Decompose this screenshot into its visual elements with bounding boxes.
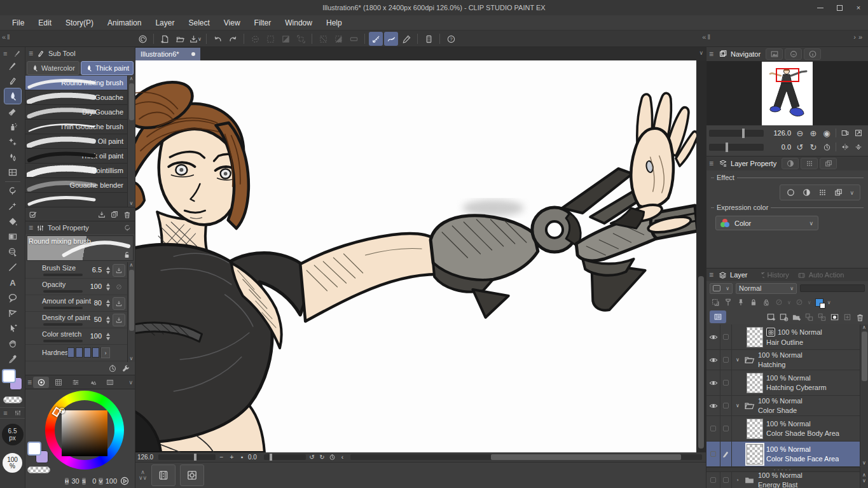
- canvas-vertical-scrollbar[interactable]: [696, 60, 706, 452]
- fill-selection-button[interactable]: [331, 32, 345, 46]
- layer-row-energy-blast[interactable]: ›100 % NormalEnergy Blast: [706, 472, 860, 488]
- help-button[interactable]: ?: [444, 32, 458, 46]
- tab-animation[interactable]: [782, 158, 799, 169]
- transparent-color-swatch[interactable]: [3, 396, 22, 403]
- reference-layer-icon[interactable]: [724, 298, 733, 307]
- dock-collapse-left-icon[interactable]: «‖: [2, 33, 11, 41]
- layer-row-hatching-cyberarm[interactable]: 100 % NormalHatching Cyberarm: [706, 370, 860, 396]
- snap-to-grid-button[interactable]: [399, 32, 413, 46]
- unlock-icon[interactable]: [123, 251, 131, 259]
- layer-row-color-shade-body-area[interactable]: 100 % NormalColor Shade Body Area: [706, 416, 860, 442]
- lower-list-scroll-arrows[interactable]: ∧∨: [860, 467, 868, 488]
- scroll-thumb[interactable]: [491, 454, 681, 460]
- tool-select-arrow[interactable]: [4, 321, 21, 336]
- brush-detail-tab-icon[interactable]: [123, 224, 132, 232]
- property-slider[interactable]: [43, 274, 83, 276]
- tab-approx-color[interactable]: [102, 377, 118, 388]
- color-menu-icon[interactable]: ≡: [27, 378, 32, 387]
- tab-color-slider[interactable]: [67, 377, 83, 388]
- dock-collapse-right-icon[interactable]: «‖: [702, 33, 712, 41]
- subtool-tab-thick-paint[interactable]: Thick paint: [81, 61, 134, 75]
- rotate-left-button[interactable]: ↺: [308, 454, 316, 461]
- property-slider[interactable]: [43, 323, 83, 326]
- tool-property-scrollbar[interactable]: ∧ ∨: [127, 262, 135, 362]
- navigator-menu-icon[interactable]: ≡: [709, 50, 713, 59]
- zoom-in-button[interactable]: +: [228, 454, 236, 461]
- tab-layer-property[interactable]: Layer Property: [715, 158, 780, 169]
- new-folder-button[interactable]: [792, 312, 801, 322]
- folder-chevron-icon[interactable]: ∨: [734, 357, 741, 363]
- layer-color-combo[interactable]: ∨: [710, 283, 733, 294]
- rotate-right-button[interactable]: ↻: [808, 141, 819, 153]
- layer-name[interactable]: Color Shade Face Area: [766, 455, 839, 463]
- scroll-up-icon[interactable]: ∧: [130, 262, 134, 268]
- flip-horizontal-button[interactable]: [839, 141, 851, 153]
- zoom-in-button[interactable]: ⊕: [808, 127, 819, 139]
- layer-checkbox[interactable]: [723, 380, 729, 386]
- zoom-slider[interactable]: [158, 454, 216, 460]
- save-file-button[interactable]: ∨: [188, 32, 202, 46]
- snap-to-ruler-button[interactable]: [369, 32, 383, 46]
- two-page-view-button[interactable]: [151, 464, 176, 486]
- slider-thumb[interactable]: [742, 129, 745, 138]
- layer-row-color-shade-face-area[interactable]: 100 % NormalColor Shade Face Area: [706, 442, 860, 467]
- tool-frame[interactable]: [4, 305, 21, 321]
- rotate-left-button[interactable]: ↺: [794, 141, 806, 153]
- layer-row-hair-outline[interactable]: 100 % NormalHair Outline: [706, 324, 860, 350]
- clip-to-layer-below-icon[interactable]: [711, 298, 720, 307]
- invert-selection-button[interactable]: [279, 32, 293, 46]
- brush-size-menu-icon[interactable]: ≡: [3, 409, 7, 417]
- brush-thick-oil-paint[interactable]: Thick oil paint: [25, 149, 127, 164]
- eye-icon[interactable]: [709, 379, 718, 387]
- menu-select[interactable]: Select: [181, 15, 216, 30]
- property-value[interactable]: 80: [94, 299, 102, 307]
- register-to-initial-icon[interactable]: [113, 264, 125, 277]
- layer-name[interactable]: Color Shade: [758, 407, 803, 414]
- subtool-detail-icon[interactable]: [121, 364, 130, 373]
- minimize-button[interactable]: [811, 0, 830, 15]
- tab-color-wheel-tab[interactable]: [33, 377, 49, 388]
- subtool-menu-icon[interactable]: ≡: [29, 49, 33, 58]
- lock-transparent-pixels-icon[interactable]: [762, 298, 771, 307]
- register-to-initial-icon[interactable]: [113, 314, 125, 326]
- menu-filter[interactable]: Filter: [247, 15, 279, 30]
- tool-gradient[interactable]: [4, 229, 21, 244]
- tool-eyedropper[interactable]: [4, 351, 21, 366]
- deselect-button[interactable]: [248, 32, 262, 46]
- layer-thumbnail[interactable]: [747, 444, 763, 464]
- apply-mask-button[interactable]: [843, 312, 852, 322]
- tool-marker[interactable]: [4, 73, 21, 88]
- folder-chevron-icon[interactable]: ›: [734, 477, 741, 483]
- scroll-thumb[interactable]: [129, 83, 134, 120]
- color-tabs-overflow-icon[interactable]: ∨: [128, 379, 133, 386]
- layer-name[interactable]: Energy Blast: [758, 481, 803, 488]
- tool-property-menu-icon[interactable]: ≡: [29, 223, 33, 232]
- draft-layer-icon[interactable]: [736, 298, 745, 307]
- toolbar-menu-icon[interactable]: ≡: [3, 50, 7, 57]
- menu-view[interactable]: View: [217, 15, 247, 30]
- eye-icon[interactable]: [709, 356, 718, 365]
- zoom-out-button[interactable]: ⊖: [794, 127, 806, 139]
- layer-color-icon[interactable]: [815, 298, 823, 307]
- reset-rotation-button[interactable]: [821, 141, 832, 153]
- hardness-block[interactable]: [92, 347, 99, 358]
- menu-help[interactable]: Help: [319, 15, 349, 30]
- menu-animation[interactable]: Animation: [100, 15, 148, 30]
- brush-gouache[interactable]: Gouache: [25, 90, 127, 105]
- transparent-color-swatch[interactable]: [27, 466, 50, 473]
- tab-color-set[interactable]: [50, 377, 66, 388]
- scale-selection-button[interactable]: [294, 32, 308, 46]
- lock-layer-icon[interactable]: [749, 298, 758, 307]
- create-layer-mask-button[interactable]: [830, 312, 839, 322]
- tool-eraser[interactable]: [4, 104, 21, 119]
- property-stepper[interactable]: [106, 316, 110, 324]
- layer-checkbox[interactable]: [723, 426, 729, 431]
- brush-gouache-blender[interactable]: Gouache blender: [25, 178, 127, 193]
- hardness-block[interactable]: [67, 347, 74, 358]
- layer-list-view-button[interactable]: [710, 310, 726, 323]
- canvas[interactable]: [135, 60, 696, 452]
- scroll-thumb[interactable]: [129, 270, 134, 331]
- layer-name[interactable]: Hatching: [758, 361, 803, 368]
- brush-pointillism[interactable]: Pointillism: [25, 164, 127, 178]
- tab-quick-access[interactable]: [785, 48, 802, 60]
